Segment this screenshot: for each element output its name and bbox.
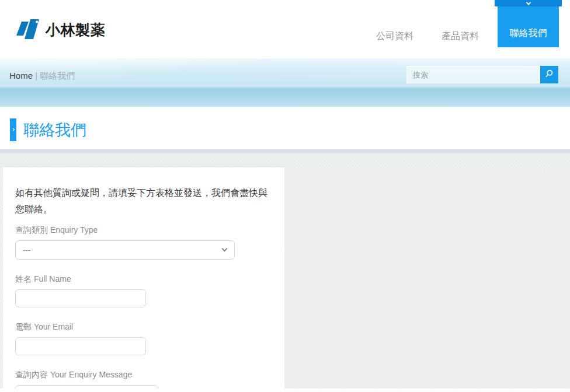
nav-item-company-info[interactable]: 公司資料	[376, 30, 413, 43]
field-enquiry-message: 查詢內容 Your Enquiry Message	[15, 370, 272, 388]
breadcrumb: Home | 聯絡我們	[9, 71, 75, 82]
brand-logo[interactable]: 小林製薬	[16, 18, 105, 42]
magnifier-icon	[544, 69, 554, 80]
nav-item-product-info[interactable]: 產品資料	[442, 30, 479, 43]
page-title-section: 聯絡我們	[0, 107, 570, 153]
field-enquiry-type: 查詢類別 Enquiry Type ---	[15, 225, 272, 260]
nav-item-contact-us[interactable]: 聯絡我們	[498, 0, 559, 47]
title-marker	[10, 118, 16, 141]
nav-item-contact-label: 聯絡我們	[498, 27, 559, 40]
full-name-label: 姓名 Full Name	[15, 274, 272, 285]
field-full-name: 姓名 Full Name	[15, 274, 272, 307]
enquiry-type-select-wrap: ---	[15, 240, 235, 260]
page-title: 聯絡我們	[23, 120, 86, 141]
brand-wordmark: 小林製薬	[46, 23, 105, 37]
enquiry-type-select[interactable]: ---	[15, 240, 235, 260]
breadcrumb-current: 聯絡我們	[40, 71, 75, 80]
email-input[interactable]	[15, 337, 146, 355]
enquiry-message-label: 查詢內容 Your Enquiry Message	[15, 370, 272, 380]
breadcrumb-home-link[interactable]: Home	[9, 71, 33, 80]
kobayashi-logo-icon	[16, 18, 41, 42]
search-bar	[406, 66, 558, 83]
nav-dropdown-strip[interactable]	[495, 0, 562, 6]
breadcrumb-band: Home | 聯絡我們	[0, 58, 570, 107]
contact-form-card: 如有其他質詢或疑問，請填妥下方表格並發送，我們會盡快與您聯絡。 查詢類別 Enq…	[3, 167, 284, 388]
chevron-right-icon	[11, 128, 15, 131]
field-email: 電郵 Your Email	[15, 322, 272, 355]
site-header: 小林製薬 公司資料 產品資料 聯絡我們	[0, 0, 570, 58]
search-button[interactable]	[540, 66, 558, 83]
chevron-down-icon	[526, 0, 530, 5]
main-content: 如有其他質詢或疑問，請填妥下方表格並發送，我們會盡快與您聯絡。 查詢類別 Enq…	[0, 153, 570, 388]
enquiry-type-label: 查詢類別 Enquiry Type	[15, 225, 272, 236]
email-label: 電郵 Your Email	[15, 322, 272, 332]
search-input[interactable]	[406, 66, 540, 83]
breadcrumb-separator: |	[35, 71, 37, 80]
form-intro-text: 如有其他質詢或疑問，請填妥下方表格並發送，我們會盡快與您聯絡。	[15, 185, 276, 218]
full-name-input[interactable]	[15, 289, 146, 307]
enquiry-message-textarea[interactable]	[15, 385, 158, 388]
